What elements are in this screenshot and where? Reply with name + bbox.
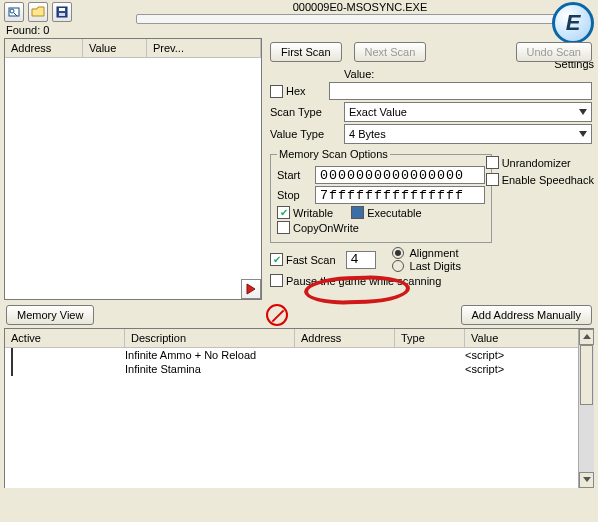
scan-type-label: Scan Type	[270, 106, 340, 118]
progress-bar	[136, 14, 584, 24]
undo-scan-button: Undo Scan	[516, 42, 592, 62]
fast-scan-value[interactable]	[346, 251, 376, 269]
row-addr	[295, 363, 395, 375]
results-header: Address Value Prev...	[5, 39, 261, 58]
mem-stop-input[interactable]	[315, 186, 485, 204]
col-addr[interactable]: Address	[295, 329, 395, 347]
scroll-up-icon[interactable]	[579, 329, 594, 345]
table-row[interactable]: Infinite Stamina<script>	[5, 362, 594, 376]
executable-checkbox[interactable]: Executable	[351, 206, 421, 219]
scrollbar-vertical[interactable]	[578, 329, 594, 488]
cheat-table-header: Active Description Address Type Value	[5, 329, 594, 348]
clear-list-icon[interactable]	[266, 304, 288, 326]
col-prev[interactable]: Prev...	[147, 39, 261, 57]
memory-view-button[interactable]: Memory View	[6, 305, 94, 325]
open-process-icon[interactable]	[4, 2, 24, 22]
scan-value-input[interactable]	[329, 82, 592, 100]
active-checkbox[interactable]	[11, 362, 13, 376]
value-label: Value:	[344, 68, 374, 80]
scroll-down-icon[interactable]	[579, 472, 594, 488]
results-list[interactable]: Address Value Prev...	[4, 38, 262, 300]
value-type-label: Value Type	[270, 128, 340, 140]
row-value: <script>	[465, 349, 594, 361]
alignment-radio[interactable]: Alignment	[392, 247, 461, 259]
col-desc[interactable]: Description	[125, 329, 295, 347]
writable-checkbox[interactable]: ✔Writable	[277, 206, 333, 219]
unrandomizer-checkbox[interactable]: Unrandomizer	[486, 156, 594, 169]
speedhack-checkbox[interactable]: Enable Speedhack	[486, 173, 594, 186]
memory-scan-options: Memory Scan Options Start Stop ✔Writable…	[270, 148, 492, 243]
svg-rect-4	[59, 8, 65, 11]
process-title: 000009E0-MSOSYNC.EXE	[136, 1, 584, 14]
col-type[interactable]: Type	[395, 329, 465, 347]
first-scan-button[interactable]: First Scan	[270, 42, 342, 62]
save-icon[interactable]	[52, 2, 72, 22]
scan-type-combo[interactable]: Exact Value	[344, 102, 592, 122]
fast-scan-checkbox[interactable]: ✔Fast Scan	[270, 253, 336, 266]
col-address[interactable]: Address	[5, 39, 83, 57]
row-type	[395, 363, 465, 375]
pause-checkbox[interactable]: Pause the game while scanning	[270, 274, 441, 287]
add-address-manual-button[interactable]: Add Address Manually	[461, 305, 592, 325]
next-scan-button: Next Scan	[354, 42, 427, 62]
mem-start-input[interactable]	[315, 166, 485, 184]
row-addr	[295, 349, 395, 361]
hex-checkbox[interactable]: Hex	[270, 85, 325, 98]
add-to-list-icon[interactable]	[241, 279, 261, 299]
row-desc: Infinite Ammo + No Reload	[125, 349, 295, 361]
svg-rect-5	[59, 13, 65, 16]
table-row[interactable]: Infinite Ammo + No Reload<script>	[5, 348, 594, 362]
cheat-table[interactable]: Active Description Address Type Value In…	[4, 328, 594, 488]
last-digits-radio[interactable]: Last Digits	[392, 260, 461, 272]
open-file-icon[interactable]	[28, 2, 48, 22]
col-value[interactable]: Value	[83, 39, 147, 57]
copyonwrite-checkbox[interactable]: CopyOnWrite	[277, 221, 359, 234]
row-value: <script>	[465, 363, 594, 375]
active-checkbox[interactable]	[11, 348, 13, 362]
col-active[interactable]: Active	[5, 329, 125, 347]
value-type-combo[interactable]: 4 Bytes	[344, 124, 592, 144]
found-count: Found: 0	[0, 24, 598, 36]
col-value[interactable]: Value	[465, 329, 594, 347]
scroll-thumb[interactable]	[580, 345, 593, 405]
row-type	[395, 349, 465, 361]
row-desc: Infinite Stamina	[125, 363, 295, 375]
